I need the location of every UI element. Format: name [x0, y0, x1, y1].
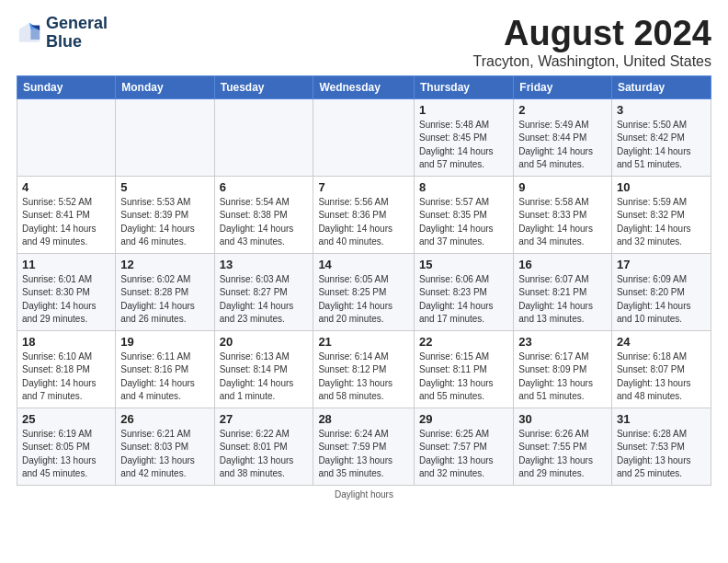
day-info: Sunrise: 5:57 AMSunset: 8:35 PMDaylight:…	[419, 196, 508, 249]
day-number: 28	[318, 412, 409, 426]
calendar-week-4: 18Sunrise: 6:10 AMSunset: 8:18 PMDayligh…	[17, 330, 711, 408]
calendar-cell	[116, 98, 214, 176]
calendar-cell: 13Sunrise: 6:03 AMSunset: 8:27 PMDayligh…	[214, 253, 313, 330]
day-info: Sunrise: 6:03 AMSunset: 8:27 PMDaylight:…	[220, 273, 309, 327]
day-number: 15	[419, 258, 508, 271]
subtitle: Tracyton, Washington, United States	[473, 53, 711, 70]
day-info: Sunrise: 5:56 AMSunset: 8:36 PMDaylight:…	[318, 196, 409, 249]
calendar-cell: 9Sunrise: 5:58 AMSunset: 8:33 PMDaylight…	[514, 176, 612, 253]
footer-text: Daylight hours	[335, 489, 393, 500]
day-number: 6	[220, 180, 309, 194]
day-info: Sunrise: 5:48 AMSunset: 8:45 PMDaylight:…	[419, 119, 508, 172]
logo-text: General Blue	[46, 15, 108, 52]
calendar-cell: 30Sunrise: 6:26 AMSunset: 7:55 PMDayligh…	[514, 408, 612, 485]
day-info: Sunrise: 5:52 AMSunset: 8:41 PMDaylight:…	[22, 196, 110, 249]
calendar-cell: 23Sunrise: 6:17 AMSunset: 8:09 PMDayligh…	[514, 330, 612, 408]
day-number: 20	[220, 335, 309, 349]
calendar-cell: 16Sunrise: 6:07 AMSunset: 8:21 PMDayligh…	[514, 253, 612, 330]
day-info: Sunrise: 6:14 AMSunset: 8:12 PMDaylight:…	[318, 350, 409, 404]
calendar-cell: 31Sunrise: 6:28 AMSunset: 7:53 PMDayligh…	[611, 408, 711, 485]
day-number: 25	[22, 412, 110, 426]
day-info: Sunrise: 6:26 AMSunset: 7:55 PMDaylight:…	[518, 428, 607, 481]
calendar-cell: 21Sunrise: 6:14 AMSunset: 8:12 PMDayligh…	[313, 330, 415, 408]
calendar-week-3: 11Sunrise: 6:01 AMSunset: 8:30 PMDayligh…	[17, 253, 711, 330]
day-info: Sunrise: 5:49 AMSunset: 8:44 PMDaylight:…	[518, 119, 607, 172]
day-info: Sunrise: 6:09 AMSunset: 8:20 PMDaylight:…	[617, 273, 706, 327]
day-info: Sunrise: 5:54 AMSunset: 8:38 PMDaylight:…	[220, 196, 309, 249]
day-info: Sunrise: 6:15 AMSunset: 8:11 PMDaylight:…	[419, 350, 508, 404]
calendar-header-tuesday: Tuesday	[214, 75, 313, 98]
calendar-header-row: SundayMondayTuesdayWednesdayThursdayFrid…	[17, 75, 711, 98]
day-info: Sunrise: 6:10 AMSunset: 8:18 PMDaylight:…	[22, 350, 110, 404]
day-number: 4	[22, 180, 110, 194]
day-number: 22	[419, 335, 508, 349]
day-info: Sunrise: 6:11 AMSunset: 8:16 PMDaylight:…	[120, 350, 209, 404]
day-info: Sunrise: 6:17 AMSunset: 8:09 PMDaylight:…	[518, 350, 607, 404]
day-number: 24	[617, 335, 706, 349]
calendar-cell: 3Sunrise: 5:50 AMSunset: 8:42 PMDaylight…	[611, 98, 711, 176]
day-number: 7	[318, 180, 409, 194]
day-info: Sunrise: 5:58 AMSunset: 8:33 PMDaylight:…	[518, 196, 607, 249]
day-number: 9	[518, 180, 607, 194]
calendar-cell: 25Sunrise: 6:19 AMSunset: 8:05 PMDayligh…	[17, 408, 116, 485]
main-title: August 2024	[473, 15, 711, 53]
calendar-week-1: 1Sunrise: 5:48 AMSunset: 8:45 PMDaylight…	[17, 98, 711, 176]
day-number: 16	[518, 258, 607, 271]
calendar-header-monday: Monday	[116, 75, 214, 98]
calendar-cell	[17, 98, 116, 176]
day-number: 12	[120, 258, 209, 271]
calendar-cell: 22Sunrise: 6:15 AMSunset: 8:11 PMDayligh…	[414, 330, 513, 408]
day-info: Sunrise: 6:05 AMSunset: 8:25 PMDaylight:…	[318, 273, 409, 327]
day-number: 30	[518, 412, 607, 426]
day-number: 31	[617, 412, 706, 426]
day-info: Sunrise: 5:59 AMSunset: 8:32 PMDaylight:…	[617, 196, 706, 249]
day-info: Sunrise: 6:25 AMSunset: 7:57 PMDaylight:…	[419, 428, 508, 481]
footer-note: Daylight hours	[17, 489, 711, 500]
calendar-cell: 11Sunrise: 6:01 AMSunset: 8:30 PMDayligh…	[17, 253, 116, 330]
calendar-week-2: 4Sunrise: 5:52 AMSunset: 8:41 PMDaylight…	[17, 176, 711, 253]
day-info: Sunrise: 6:19 AMSunset: 8:05 PMDaylight:…	[22, 428, 110, 481]
day-number: 8	[419, 180, 508, 194]
day-number: 19	[120, 335, 209, 349]
calendar-cell: 2Sunrise: 5:49 AMSunset: 8:44 PMDaylight…	[514, 98, 612, 176]
calendar-cell: 19Sunrise: 6:11 AMSunset: 8:16 PMDayligh…	[116, 330, 214, 408]
day-info: Sunrise: 6:01 AMSunset: 8:30 PMDaylight:…	[22, 273, 110, 327]
calendar-cell	[313, 98, 415, 176]
day-number: 29	[419, 412, 508, 426]
day-info: Sunrise: 5:53 AMSunset: 8:39 PMDaylight:…	[120, 196, 209, 249]
calendar-header-saturday: Saturday	[611, 75, 711, 98]
calendar-cell: 26Sunrise: 6:21 AMSunset: 8:03 PMDayligh…	[116, 408, 214, 485]
calendar-cell: 10Sunrise: 5:59 AMSunset: 8:32 PMDayligh…	[611, 176, 711, 253]
day-number: 5	[120, 180, 209, 194]
day-info: Sunrise: 6:21 AMSunset: 8:03 PMDaylight:…	[120, 428, 209, 481]
calendar-cell: 15Sunrise: 6:06 AMSunset: 8:23 PMDayligh…	[414, 253, 513, 330]
day-number: 23	[518, 335, 607, 349]
logo: General Blue	[17, 15, 108, 52]
day-info: Sunrise: 5:50 AMSunset: 8:42 PMDaylight:…	[617, 119, 706, 172]
calendar-cell	[214, 98, 313, 176]
day-info: Sunrise: 6:07 AMSunset: 8:21 PMDaylight:…	[518, 273, 607, 327]
calendar-cell: 17Sunrise: 6:09 AMSunset: 8:20 PMDayligh…	[611, 253, 711, 330]
calendar-cell: 12Sunrise: 6:02 AMSunset: 8:28 PMDayligh…	[116, 253, 214, 330]
day-number: 18	[22, 335, 110, 349]
day-number: 3	[617, 103, 706, 117]
day-number: 27	[220, 412, 309, 426]
calendar-cell: 28Sunrise: 6:24 AMSunset: 7:59 PMDayligh…	[313, 408, 415, 485]
calendar-cell: 18Sunrise: 6:10 AMSunset: 8:18 PMDayligh…	[17, 330, 116, 408]
logo-icon	[17, 20, 42, 46]
header: General Blue August 2024 Tracyton, Washi…	[17, 15, 711, 70]
calendar-cell: 14Sunrise: 6:05 AMSunset: 8:25 PMDayligh…	[313, 253, 415, 330]
day-info: Sunrise: 6:02 AMSunset: 8:28 PMDaylight:…	[120, 273, 209, 327]
title-area: August 2024 Tracyton, Washington, United…	[473, 15, 711, 70]
calendar-cell: 5Sunrise: 5:53 AMSunset: 8:39 PMDaylight…	[116, 176, 214, 253]
calendar-cell: 24Sunrise: 6:18 AMSunset: 8:07 PMDayligh…	[611, 330, 711, 408]
day-info: Sunrise: 6:22 AMSunset: 8:01 PMDaylight:…	[220, 428, 309, 481]
calendar-cell: 27Sunrise: 6:22 AMSunset: 8:01 PMDayligh…	[214, 408, 313, 485]
calendar-header-wednesday: Wednesday	[313, 75, 415, 98]
day-info: Sunrise: 6:24 AMSunset: 7:59 PMDaylight:…	[318, 428, 409, 481]
day-number: 13	[220, 258, 309, 271]
day-number: 10	[617, 180, 706, 194]
calendar-header-thursday: Thursday	[414, 75, 513, 98]
calendar-cell: 8Sunrise: 5:57 AMSunset: 8:35 PMDaylight…	[414, 176, 513, 253]
calendar-cell: 4Sunrise: 5:52 AMSunset: 8:41 PMDaylight…	[17, 176, 116, 253]
